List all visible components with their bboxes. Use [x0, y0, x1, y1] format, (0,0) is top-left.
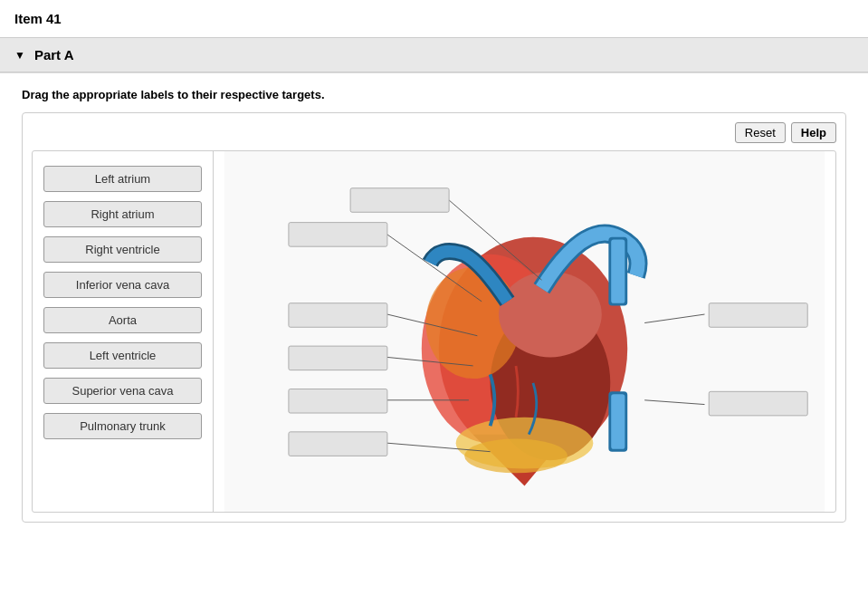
svg-rect-27: [709, 303, 807, 328]
label-left-atrium[interactable]: Left atrium: [43, 166, 202, 192]
label-right-atrium[interactable]: Right atrium: [43, 201, 202, 227]
svg-rect-8: [611, 240, 625, 303]
main-area: Left atrium Right atrium Right ventricle…: [32, 150, 836, 513]
svg-rect-23: [289, 303, 387, 328]
svg-rect-10: [611, 394, 625, 449]
svg-rect-22: [289, 223, 387, 247]
diagram-area: [214, 151, 835, 512]
reset-button[interactable]: Reset: [735, 122, 786, 143]
svg-rect-25: [289, 389, 387, 413]
instruction-text: Drag the appropriate labels to their res…: [22, 88, 846, 101]
part-a-label: Part A: [34, 47, 74, 62]
label-aorta[interactable]: Aorta: [43, 307, 202, 333]
label-superior-vena-cava[interactable]: Superior vena cava: [43, 378, 202, 404]
label-inferior-vena-cava[interactable]: Inferior vena cava: [43, 272, 202, 298]
part-a-header[interactable]: ▼ Part A: [0, 38, 868, 72]
content-area: Drag the appropriate labels to their res…: [0, 73, 868, 537]
drag-container: Reset Help Left atrium Right atrium Righ…: [22, 112, 846, 523]
svg-rect-24: [289, 346, 387, 370]
top-buttons: Reset Help: [32, 122, 836, 143]
help-button[interactable]: Help: [791, 122, 836, 143]
svg-rect-28: [709, 391, 807, 416]
svg-rect-26: [289, 432, 387, 456]
page-title: Item 41: [0, 0, 868, 38]
labels-panel: Left atrium Right atrium Right ventricle…: [33, 151, 214, 512]
svg-rect-21: [350, 188, 449, 213]
label-left-ventricle[interactable]: Left ventricle: [43, 342, 202, 369]
label-pulmonary-trunk[interactable]: Pulmonary trunk: [43, 413, 202, 439]
collapse-icon: ▼: [14, 49, 25, 62]
heart-diagram-svg: [214, 151, 835, 512]
svg-point-12: [464, 438, 568, 473]
label-right-ventricle[interactable]: Right ventricle: [43, 236, 202, 263]
